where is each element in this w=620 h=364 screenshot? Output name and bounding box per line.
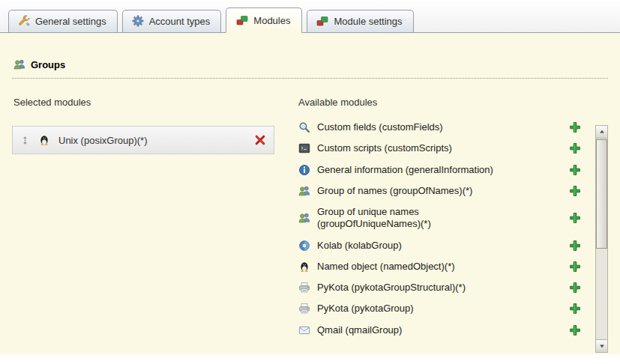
plus-icon <box>569 303 581 315</box>
tux-icon <box>298 261 310 273</box>
magnifier-icon <box>298 121 310 133</box>
module-settings-icon <box>316 15 328 27</box>
printer-icon <box>298 282 310 294</box>
modules-icon <box>236 14 248 26</box>
arrow-up-icon <box>598 128 606 136</box>
add-module-button[interactable] <box>569 121 581 133</box>
add-module-button[interactable] <box>569 282 581 294</box>
available-module-label: Custom scripts (customScripts) <box>317 142 452 154</box>
available-module-row: PyKota (pykotaGroup) <box>297 298 586 319</box>
info-icon <box>298 164 310 176</box>
available-modules-list: Custom fields (customFields) Custom scri… <box>297 117 586 341</box>
groups-icon <box>13 58 25 70</box>
tab-module-settings[interactable]: Module settings <box>307 10 413 32</box>
scrollbar-down-button[interactable] <box>596 339 607 352</box>
modules-columns: Selected modules Unix (posixGroup)(*) Av… <box>12 97 608 341</box>
available-module-row: Group of names (groupOfNames)(*) <box>297 181 586 201</box>
printer-icon <box>298 303 310 315</box>
plus-icon <box>569 240 581 252</box>
plus-icon <box>569 121 581 133</box>
available-module-label: PyKota (pykotaGroupStructural)(*) <box>317 282 466 294</box>
available-module-row: Group of unique names (groupOfUniqueName… <box>297 201 586 235</box>
selected-module-row[interactable]: Unix (posixGroup)(*) <box>12 126 274 154</box>
tab-bar: General settings Account types Modules M… <box>0 0 620 33</box>
tux-icon <box>38 134 50 146</box>
scrollbar-up-button[interactable] <box>596 126 607 139</box>
tab-general-settings[interactable]: General settings <box>8 10 118 32</box>
available-modules-column: Available modules Custom fields (customF… <box>297 97 608 341</box>
arrow-down-icon <box>598 342 606 350</box>
group-icon <box>298 185 310 197</box>
remove-module-button[interactable] <box>254 134 266 146</box>
selected-module-label: Unix (posixGroup)(*) <box>58 135 246 146</box>
selected-modules-heading: Selected modules <box>12 97 297 108</box>
group-icon <box>298 212 310 224</box>
add-module-button[interactable] <box>569 261 581 273</box>
available-module-row: Custom scripts (customScripts) <box>297 138 586 159</box>
available-module-label: Group of names (groupOfNames)(*) <box>317 185 472 197</box>
available-module-row: PyKota (pykotaGroupStructural)(*) <box>297 277 586 298</box>
groups-section-heading: Groups <box>12 33 608 79</box>
available-module-label: PyKota (pykotaGroup) <box>317 303 414 315</box>
kolab-icon <box>298 240 310 252</box>
mail-icon <box>298 324 310 336</box>
available-module-label: General information (generalInformation) <box>317 164 493 176</box>
available-module-label: Named object (namedObject)(*) <box>317 261 455 273</box>
add-module-button[interactable] <box>569 324 581 336</box>
gear-icon <box>132 15 144 27</box>
tab-label: Modules <box>253 15 290 26</box>
add-module-button[interactable] <box>569 240 581 252</box>
tab-label: Account types <box>149 16 211 27</box>
add-module-button[interactable] <box>569 142 581 154</box>
add-module-button[interactable] <box>569 303 581 315</box>
scrollbar-thumb[interactable] <box>596 139 607 249</box>
tab-label: General settings <box>35 16 106 27</box>
available-module-row: General information (generalInformation) <box>297 160 586 181</box>
available-module-label: Qmail (qmailGroup) <box>317 324 402 336</box>
scrollbar[interactable] <box>595 125 608 353</box>
delete-icon <box>254 134 266 146</box>
tab-label: Module settings <box>334 16 402 27</box>
available-module-row: Kolab (kolabGroup) <box>297 235 586 256</box>
lam-configuration-page: General settings Account types Modules M… <box>0 0 620 364</box>
plus-icon <box>569 324 581 336</box>
wrench-icon <box>18 15 30 27</box>
drag-handle-icon[interactable] <box>20 136 30 145</box>
plus-icon <box>569 212 581 224</box>
section-title: Groups <box>31 59 65 70</box>
available-modules-heading: Available modules <box>297 97 586 108</box>
available-module-row: Named object (namedObject)(*) <box>297 256 586 277</box>
available-module-row: Qmail (qmailGroup) <box>297 320 586 341</box>
available-module-label: Custom fields (customFields) <box>317 121 443 133</box>
plus-icon <box>569 261 581 273</box>
plus-icon <box>569 282 581 294</box>
plus-icon <box>569 185 581 197</box>
add-module-button[interactable] <box>569 212 581 224</box>
available-module-row: Custom fields (customFields) <box>297 117 586 138</box>
available-module-label: Kolab (kolabGroup) <box>317 240 402 252</box>
selected-modules-column: Selected modules Unix (posixGroup)(*) <box>12 97 297 341</box>
add-module-button[interactable] <box>569 185 581 197</box>
add-module-button[interactable] <box>569 164 581 176</box>
tab-account-types[interactable]: Account types <box>122 10 222 32</box>
script-icon <box>298 142 310 154</box>
selected-modules-list: Unix (posixGroup)(*) <box>12 126 297 154</box>
tab-modules[interactable]: Modules <box>226 7 302 33</box>
available-module-label: Group of unique names (groupOfUniqueName… <box>317 206 520 231</box>
plus-icon <box>569 142 581 154</box>
content-area: Groups Selected modules Unix (posixGroup… <box>0 33 620 354</box>
plus-icon <box>569 164 581 176</box>
scrollbar-track[interactable] <box>596 139 607 339</box>
